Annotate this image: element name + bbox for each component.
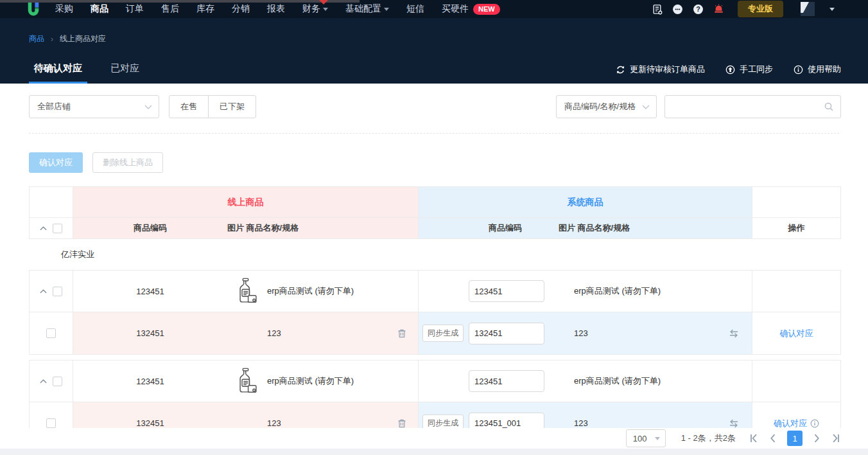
system-code-input[interactable] — [469, 370, 544, 392]
help-guide-label: 使用帮助 — [808, 64, 841, 75]
store-name: 亿沣实业 — [29, 239, 841, 270]
select-all-checkbox[interactable] — [53, 224, 62, 233]
tab-matched[interactable]: 已对应 — [105, 62, 144, 84]
breadcrumb-root[interactable]: 商品 — [29, 33, 44, 44]
confirm-match-link[interactable]: 确认对应 — [780, 328, 813, 339]
last-page-icon[interactable] — [831, 433, 841, 443]
breadcrumb: 商品 › 线上商品对应 — [29, 33, 106, 44]
trash-icon[interactable] — [386, 328, 418, 339]
help-guide-button[interactable]: 使用帮助 — [794, 64, 841, 75]
row-checkbox[interactable] — [46, 418, 56, 428]
nav-item-settings[interactable]: 基础配置 — [345, 3, 389, 15]
nav-item-products[interactable]: 商品 — [91, 3, 108, 15]
invoice-icon[interactable] — [652, 4, 663, 15]
page-size-select[interactable]: 100 — [626, 429, 666, 447]
swap-icon[interactable] — [716, 329, 752, 338]
info-icon[interactable] — [810, 419, 819, 428]
nav-item-sms[interactable]: 短信 — [406, 3, 424, 15]
manual-sync-label: 手工同步 — [740, 64, 773, 75]
upload-circle-icon — [725, 65, 735, 75]
online-sku-code: 132451 — [73, 328, 227, 338]
product-image-icon[interactable] — [227, 368, 263, 395]
row-checkbox[interactable] — [53, 287, 62, 296]
header-actions: 更新待审核订单商品 手工同步 使用帮助 — [616, 64, 841, 84]
current-page-button[interactable]: 1 — [787, 431, 803, 446]
action-column-header: 操作 — [752, 218, 840, 238]
product-group: 123451 erp商品测试 (请勿下单) — [29, 270, 841, 355]
shop-select[interactable]: 全部店铺 — [29, 95, 159, 118]
nav-item-finance[interactable]: 财务 — [302, 3, 328, 15]
sync-generate-button[interactable]: 同步生成 — [422, 325, 464, 342]
collapse-row-caret-icon[interactable] — [40, 379, 47, 384]
pagination-summary: 1 - 2条，共2条 — [681, 433, 736, 444]
chat-icon[interactable] — [672, 4, 683, 15]
filter-off-shelf-button[interactable]: 已下架 — [208, 96, 256, 118]
collapse-row-caret-icon[interactable] — [40, 289, 47, 294]
nav-item-finance-label: 财务 — [302, 3, 320, 15]
confirm-match-link[interactable]: 确认对应 — [774, 418, 807, 429]
prev-page-icon[interactable] — [768, 433, 778, 443]
page-size-value: 100 — [633, 434, 647, 443]
system-img-name-column-header: 图片 商品名称/规格 — [551, 222, 752, 234]
swap-icon[interactable] — [716, 419, 752, 428]
refresh-icon — [616, 65, 625, 75]
shop-select-value: 全部店铺 — [37, 101, 71, 112]
row-checkbox[interactable] — [46, 328, 56, 338]
search-input[interactable] — [672, 102, 824, 112]
table-row: 123451 erp商品测试 (请勿下单) — [30, 271, 840, 312]
search-field-select[interactable]: 商品编码/名称/规格 — [556, 95, 657, 118]
version-badge[interactable]: 专业版 — [738, 1, 783, 17]
table-header-columns: 商品编码 图片 商品名称/规格 商品编码 图片 商品名称/规格 操作 — [30, 218, 840, 238]
first-page-icon[interactable] — [749, 433, 759, 443]
nav-item-settings-label: 基础配置 — [345, 3, 381, 15]
toolbar: 确认对应 删除线上商品 — [29, 152, 163, 173]
nav-item-hardware[interactable]: 买硬件 NEW — [442, 3, 500, 15]
breadcrumb-separator: › — [51, 35, 53, 44]
nav-item-reports[interactable]: 报表 — [267, 3, 285, 15]
chevron-down-icon — [384, 8, 389, 11]
trash-icon[interactable] — [386, 418, 418, 429]
nav-item-purchase[interactable]: 采购 — [55, 3, 73, 15]
search-box — [664, 95, 841, 118]
collapse-all-caret-icon[interactable] — [40, 226, 47, 231]
nav-item-orders[interactable]: 订单 — [126, 3, 144, 15]
update-pending-orders-button[interactable]: 更新待审核订单商品 — [616, 64, 705, 75]
alarm-icon[interactable] — [713, 4, 724, 15]
system-code-input[interactable] — [469, 280, 544, 302]
tab-pending-match[interactable]: 待确认对应 — [29, 62, 87, 84]
product-image-icon[interactable] — [227, 278, 263, 305]
user-menu-caret-icon[interactable] — [829, 8, 835, 11]
info-icon — [794, 65, 803, 75]
search-icon[interactable] — [824, 102, 834, 112]
new-badge: NEW — [473, 4, 500, 15]
nav-item-inventory[interactable]: 库存 — [196, 3, 214, 15]
app-logo-icon[interactable] — [26, 1, 41, 17]
avatar[interactable] — [801, 2, 815, 16]
nav-item-distribution[interactable]: 分销 — [232, 3, 250, 15]
match-table: 线上商品 系统商品 商品编码 图片 商品名称/规格 — [29, 186, 841, 450]
delete-online-product-button[interactable]: 删除线上商品 — [92, 152, 163, 173]
content: 全部店铺 在售 已下架 商品编码/名称/规格 — [0, 84, 868, 455]
pagination-bar: 100 1 - 2条，共2条 1 — [0, 428, 868, 449]
next-page-icon[interactable] — [812, 433, 822, 443]
manual-sync-button[interactable]: 手工同步 — [725, 64, 773, 75]
online-product-code: 123451 — [73, 377, 227, 386]
help-icon[interactable]: ? — [693, 4, 704, 15]
table-subrow: 132451 123 同步生成 — [30, 312, 840, 354]
tabs-row: 待确认对应 已对应 更新待审核订单商品 手工同步 — [29, 62, 841, 84]
row-checkbox[interactable] — [53, 377, 62, 386]
system-products-header: 系统商品 — [568, 197, 603, 208]
chevron-down-icon — [655, 437, 660, 440]
system-sku-name: 123 — [551, 418, 716, 428]
system-product-name: erp商品测试 (请勿下单) — [551, 375, 716, 387]
nav-item-aftersale[interactable]: 售后 — [161, 3, 179, 15]
filter-on-sale-button[interactable]: 在售 — [169, 96, 208, 118]
chevron-down-icon — [323, 8, 328, 11]
breadcrumb-current: 线上商品对应 — [60, 33, 106, 44]
system-sku-code-input[interactable] — [469, 323, 544, 344]
online-products-header: 线上商品 — [228, 197, 264, 208]
table-row: 123451 erp商品测试 (请勿下单) — [30, 361, 840, 402]
chevron-down-icon — [637, 105, 650, 109]
online-code-column-header: 商品编码 — [73, 222, 227, 234]
confirm-match-button[interactable]: 确认对应 — [29, 152, 83, 173]
